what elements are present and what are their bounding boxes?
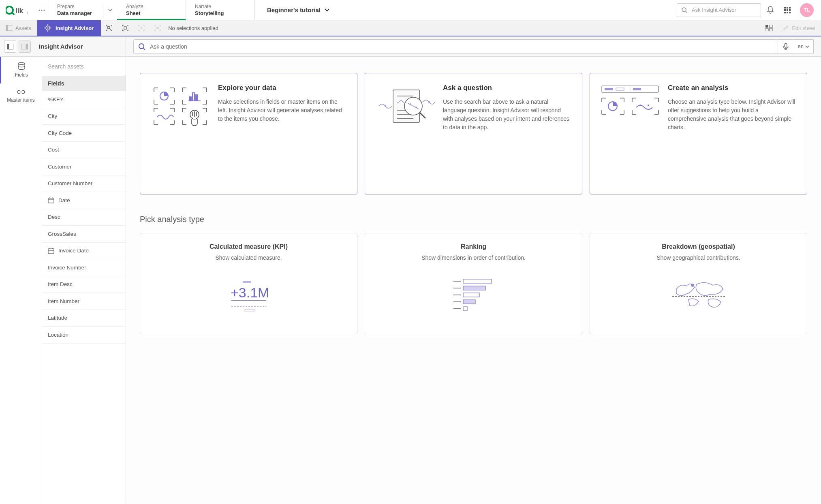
card-title: Explore your data xyxy=(218,84,347,92)
card-body: Use the search bar above to ask a natura… xyxy=(443,98,572,132)
asset-item[interactable]: Item Desc xyxy=(42,276,126,293)
asset-item[interactable]: Item Number xyxy=(42,293,126,310)
assets-section-header: Fields xyxy=(42,76,126,91)
explore-data-card[interactable]: Explore your data Make selections in fie… xyxy=(140,73,357,194)
asset-item[interactable]: GrossSales xyxy=(42,226,126,243)
svg-point-40 xyxy=(18,63,25,65)
svg-rect-53 xyxy=(196,95,198,101)
asset-item-label: Item Number xyxy=(48,298,79,304)
nav-tab-narrate[interactable]: Narrate Storytelling xyxy=(186,0,254,20)
geo-illustration xyxy=(598,273,799,318)
svg-rect-51 xyxy=(189,97,191,101)
intro-cards-row: Explore your data Make selections in fie… xyxy=(140,73,807,194)
question-input-box xyxy=(133,39,794,54)
notifications-button[interactable] xyxy=(763,2,778,18)
nav-tab-dropdown[interactable] xyxy=(103,3,117,17)
date-icon xyxy=(48,197,54,203)
fields-tab[interactable]: Fields xyxy=(0,57,42,83)
more-menu-button[interactable] xyxy=(36,0,48,20)
language-label: en xyxy=(798,43,804,49)
insight-advisor-button[interactable]: Insight Advisor xyxy=(37,20,101,36)
selections-tool-button[interactable] xyxy=(117,20,133,36)
asset-item[interactable]: Location xyxy=(42,327,126,344)
svg-point-67 xyxy=(415,107,417,108)
assets-search-placeholder: Search assets xyxy=(48,63,84,70)
asset-item[interactable]: Date xyxy=(42,192,126,209)
analysis-type-ranking[interactable]: Ranking Show dimensions in order of cont… xyxy=(365,233,582,334)
atype-title: Ranking xyxy=(373,243,574,250)
nav-tab-sub: Sheet xyxy=(126,10,177,16)
svg-point-76 xyxy=(639,105,641,106)
assets-label: Assets xyxy=(15,25,31,31)
selection-search-icon xyxy=(105,24,113,32)
no-selections-text: No selections applied xyxy=(166,20,218,36)
asset-item-label: City xyxy=(48,113,57,119)
analysis-type-geo[interactable]: Breakdown (geospatial) Show geographical… xyxy=(590,233,807,334)
selection-bar: Assets Insight Advisor No selections app… xyxy=(0,20,821,36)
topbar-search-placeholder: Ask Insight Advisor xyxy=(692,7,736,13)
svg-rect-12 xyxy=(784,9,786,11)
sheet-navigator-button[interactable] xyxy=(761,20,777,36)
svg-rect-19 xyxy=(6,26,8,31)
create-analysis-card[interactable]: Create an analysis Choose an analysis ty… xyxy=(590,73,807,194)
card-title: Create an analysis xyxy=(668,84,797,92)
card-body: Make selections in fields or master item… xyxy=(218,98,347,123)
svg-rect-74 xyxy=(633,88,641,90)
nav-tab-sub: Data manager xyxy=(57,10,96,16)
user-avatar[interactable]: TL xyxy=(800,3,814,17)
app-launcher-button[interactable] xyxy=(780,2,795,18)
ask-question-card[interactable]: Ask a question Use the search bar above … xyxy=(365,73,582,194)
card-body: Choose an analysis type below. Insight A… xyxy=(668,98,797,132)
analysis-section-title: Pick analysis type xyxy=(140,215,807,224)
topbar-right-tools: Ask Insight Advisor TL xyxy=(677,0,821,20)
selection-back-icon xyxy=(138,24,145,32)
chevron-down-icon xyxy=(805,45,809,48)
svg-point-93 xyxy=(691,284,694,286)
asset-item-label: Desc xyxy=(48,214,60,220)
left-panel-toggle[interactable] xyxy=(4,41,16,53)
svg-rect-32 xyxy=(770,28,772,31)
asset-item[interactable]: %KEY xyxy=(42,91,126,108)
asset-item-label: GrossSales xyxy=(48,231,76,237)
asset-item[interactable]: Invoice Number xyxy=(42,259,126,276)
svg-rect-84 xyxy=(463,279,492,283)
asset-item[interactable]: City Code xyxy=(42,125,126,142)
card-title: Ask a question xyxy=(443,84,572,92)
assets-toggle[interactable]: Assets xyxy=(0,20,37,36)
asset-item[interactable]: Cost xyxy=(42,142,126,159)
app-title-dropdown[interactable]: Beginner's tutorial xyxy=(255,0,677,20)
insight-advisor-title: Insight Advisor xyxy=(35,43,90,50)
panel-left-icon xyxy=(7,44,13,49)
nav-tab-prepare[interactable]: Prepare Data manager xyxy=(48,0,117,20)
svg-point-21 xyxy=(47,28,49,29)
chevron-down-icon xyxy=(325,9,329,12)
asset-item[interactable]: Desc xyxy=(42,209,126,226)
fields-tab-label: Fields xyxy=(15,72,28,78)
svg-rect-10 xyxy=(787,7,788,9)
smart-search-button[interactable] xyxy=(101,20,117,36)
analysis-type-kpi[interactable]: Calculated measure (KPI) Show calculated… xyxy=(140,233,357,334)
topbar-search[interactable]: Ask Insight Advisor xyxy=(677,3,761,17)
asset-item[interactable]: City xyxy=(42,108,126,125)
atype-desc: Show dimensions in order of contribution… xyxy=(373,254,574,261)
clear-selections-button xyxy=(150,20,166,36)
question-input[interactable] xyxy=(150,43,778,50)
kpi-illustration: +3.1M xyxy=(148,273,349,318)
asset-item[interactable]: Customer Number xyxy=(42,175,126,192)
asset-item-label: Invoice Date xyxy=(58,248,89,254)
qlik-logo[interactable]: lik xyxy=(0,0,36,20)
analysis-type-row: Calculated measure (KPI) Show calculated… xyxy=(140,233,807,334)
asset-item-label: Invoice Number xyxy=(48,265,86,271)
assets-search-input[interactable]: Search assets xyxy=(42,57,126,76)
language-selector[interactable]: en xyxy=(794,39,814,54)
nav-tab-analyze[interactable]: Analyze Sheet xyxy=(117,0,186,20)
svg-rect-88 xyxy=(463,293,479,297)
svg-line-38 xyxy=(143,48,145,50)
right-panel-toggle[interactable] xyxy=(19,41,31,53)
master-items-tab[interactable]: Master items xyxy=(0,83,42,109)
microphone-button[interactable] xyxy=(778,40,794,53)
asset-item[interactable]: Customer xyxy=(42,158,126,175)
svg-point-3 xyxy=(27,12,28,13)
asset-item[interactable]: Latitude xyxy=(42,310,126,327)
asset-item[interactable]: Invoice Date xyxy=(42,243,126,260)
